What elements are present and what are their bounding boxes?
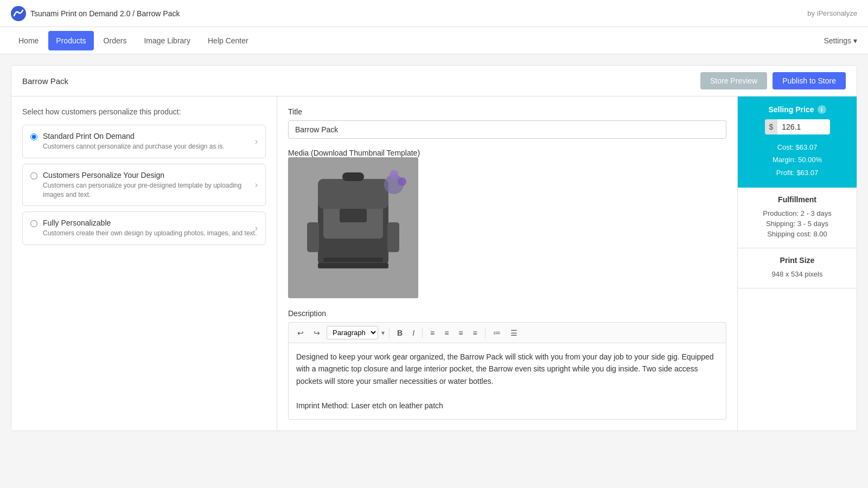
title-section: Title <box>288 107 726 139</box>
italic-button[interactable]: I <box>409 327 418 339</box>
unordered-list-button[interactable]: ☰ <box>507 327 521 339</box>
svg-rect-6 <box>340 209 367 222</box>
editor-main-text: Designed to keep your work gear organize… <box>296 351 718 387</box>
svg-rect-5 <box>342 172 364 181</box>
option-personalize-desc: Customers can personalize your pre-desig… <box>43 181 258 200</box>
nav-item-products[interactable]: Products <box>48 31 93 50</box>
description-label: Description <box>288 309 726 318</box>
fulfillment-title: Fulfillment <box>745 195 849 204</box>
margin-label: Margin: 50.00% <box>745 153 849 166</box>
description-section: Description ↩ ↪ Paragraph ▾ B I ≡ <box>288 309 726 420</box>
svg-point-13 <box>398 177 406 186</box>
right-panel: Selling Price i $ Cost: $63.07 Margin: 5… <box>737 97 857 431</box>
align-justify-button[interactable]: ≡ <box>470 327 481 339</box>
svg-point-0 <box>11 6 26 21</box>
top-bar-left: Tsunami Print on Demand 2.0 / Barrow Pac… <box>11 6 180 21</box>
print-size-section: Print Size 948 x 534 pixels <box>738 248 857 288</box>
media-section: Media (Download Thumbnail Template) <box>288 149 726 298</box>
toolbar-divider-1 <box>389 328 390 338</box>
media-label: Media <box>288 149 309 157</box>
print-size-title: Print Size <box>745 256 849 265</box>
selling-price-title: Selling Price i <box>745 105 849 114</box>
bold-button[interactable]: B <box>394 327 406 339</box>
app-logo-icon <box>11 6 26 21</box>
redo-button[interactable]: ↪ <box>310 327 323 339</box>
production-row: Production: 2 - 3 days <box>745 209 849 217</box>
align-left-button[interactable]: ≡ <box>427 327 438 339</box>
svg-rect-7 <box>318 263 388 268</box>
undo-button[interactable]: ↩ <box>294 327 307 339</box>
svg-rect-9 <box>307 222 319 252</box>
paragraph-select[interactable]: Paragraph <box>327 326 378 339</box>
option-personalize-title: Customers Personalize Your Design <box>43 171 258 179</box>
option-standard-desc: Customers cannot personalize and purchas… <box>43 142 258 151</box>
app-title: Tsunami Print on Demand 2.0 / Barrow Pac… <box>30 9 180 18</box>
product-image <box>288 157 418 298</box>
selling-price-box: Selling Price i $ Cost: $63.07 Margin: 5… <box>738 97 857 188</box>
selling-price-info-icon[interactable]: i <box>818 105 826 114</box>
option-personalize-arrow-icon: › <box>255 180 258 190</box>
toolbar-divider-2 <box>422 328 423 338</box>
profit-label: Profit: $63.07 <box>745 166 849 179</box>
fulfillment-section: Fulfillment Production: 2 - 3 days Shipp… <box>738 188 857 248</box>
left-panel: Select how customers personalize this pr… <box>11 97 277 431</box>
option-standard-arrow-icon: › <box>255 137 258 146</box>
settings-menu[interactable]: Settings ▾ <box>824 36 857 45</box>
dollar-sign: $ <box>765 119 778 134</box>
editor-toolbar: ↩ ↪ Paragraph ▾ B I ≡ ≡ ≡ ≡ <box>288 322 726 343</box>
cost-label: Cost: $63.07 <box>745 141 849 153</box>
card-body: Select how customers personalize this pr… <box>11 97 857 431</box>
option-standard-content: Standard Print On Demand Customers canno… <box>43 132 258 151</box>
option-fully-content: Fully Personalizable Customers create th… <box>43 219 258 238</box>
svg-rect-4 <box>318 179 388 209</box>
toolbar-chevron-icon: ▾ <box>381 329 385 337</box>
editor-body[interactable]: Designed to keep your work gear organize… <box>288 343 726 420</box>
shipping-cost-row: Shipping cost: 8.00 <box>745 230 849 238</box>
media-label-row: Media (Download Thumbnail Template) <box>288 149 726 157</box>
download-thumbnail-link[interactable]: (Download Thumbnail Template) <box>311 149 420 157</box>
price-input-wrap: $ <box>765 119 830 134</box>
option-fully-arrow-icon: › <box>255 223 258 233</box>
middle-panel: Title Media (Download Thumbnail Template… <box>277 97 737 431</box>
option-standard-radio[interactable] <box>30 133 37 140</box>
option-personalize-radio[interactable] <box>30 172 37 179</box>
title-label: Title <box>288 107 726 116</box>
svg-point-12 <box>390 170 398 179</box>
align-center-button[interactable]: ≡ <box>441 327 452 339</box>
option-personalize-content: Customers Personalize Your Design Custom… <box>43 171 258 200</box>
option-standard-title: Standard Print On Demand <box>43 132 258 140</box>
svg-rect-10 <box>387 222 399 252</box>
nav-item-help-center[interactable]: Help Center <box>200 31 256 50</box>
svg-rect-8 <box>323 258 383 262</box>
toolbar-divider-3 <box>485 328 486 338</box>
page: Barrow Pack Store Preview Publish to Sto… <box>0 54 868 442</box>
imprint-method-text: Imprint Method: Laser etch on leather pa… <box>296 400 718 412</box>
nav-item-image-library[interactable]: Image Library <box>136 31 198 50</box>
price-stats: Cost: $63.07 Margin: 50.00% Profit: $63.… <box>745 141 849 179</box>
header-actions: Store Preview Publish to Store <box>700 72 846 89</box>
print-size-value: 948 x 534 pixels <box>745 270 849 278</box>
option-standard-print[interactable]: Standard Print On Demand Customers canno… <box>22 125 266 158</box>
publish-to-store-button[interactable]: Publish to Store <box>773 72 846 89</box>
option-fully-personalizable[interactable]: Fully Personalizable Customers create th… <box>22 211 266 245</box>
settings-chevron-icon: ▾ <box>853 36 857 45</box>
settings-label: Settings <box>824 36 851 45</box>
nav: Home Products Orders Image Library Help … <box>0 27 868 54</box>
option-fully-desc: Customers create their own design by upl… <box>43 229 258 238</box>
ordered-list-button[interactable]: ≔ <box>490 327 504 339</box>
option-fully-radio[interactable] <box>30 220 37 227</box>
top-bar: Tsunami Print on Demand 2.0 / Barrow Pac… <box>0 0 868 27</box>
nav-item-orders[interactable]: Orders <box>96 31 135 50</box>
nav-item-home[interactable]: Home <box>11 31 46 50</box>
nav-left: Home Products Orders Image Library Help … <box>11 31 256 50</box>
option-fully-title: Fully Personalizable <box>43 219 258 227</box>
shipping-row: Shipping: 3 - 5 days <box>745 220 849 228</box>
store-preview-button[interactable]: Store Preview <box>700 72 767 89</box>
by-label: by iPersonalyze <box>807 9 857 17</box>
product-card: Barrow Pack Store Preview Publish to Sto… <box>11 65 857 431</box>
price-input[interactable] <box>777 119 821 134</box>
title-input[interactable] <box>288 120 726 139</box>
option-personalize-design[interactable]: Customers Personalize Your Design Custom… <box>22 164 266 207</box>
align-right-button[interactable]: ≡ <box>455 327 466 339</box>
card-header: Barrow Pack Store Preview Publish to Sto… <box>11 66 857 97</box>
